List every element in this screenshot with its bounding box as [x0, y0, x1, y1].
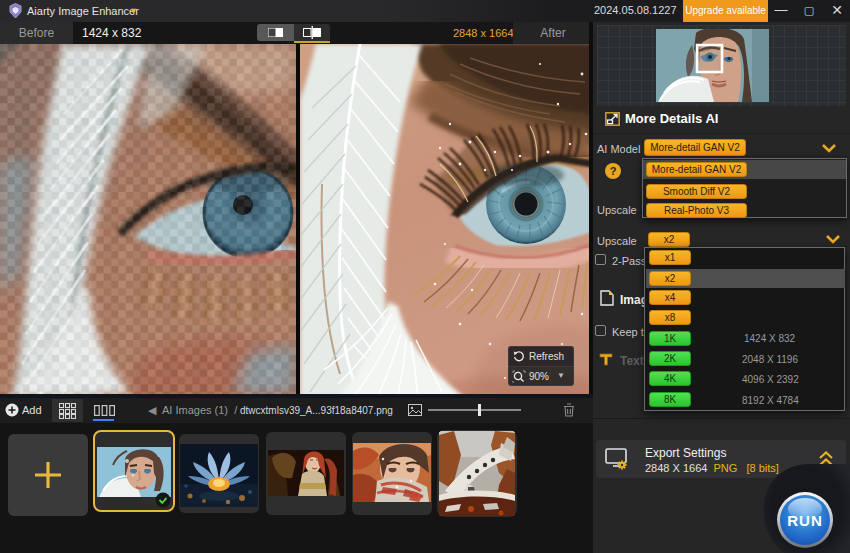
svg-text:RUN: RUN	[787, 512, 823, 529]
